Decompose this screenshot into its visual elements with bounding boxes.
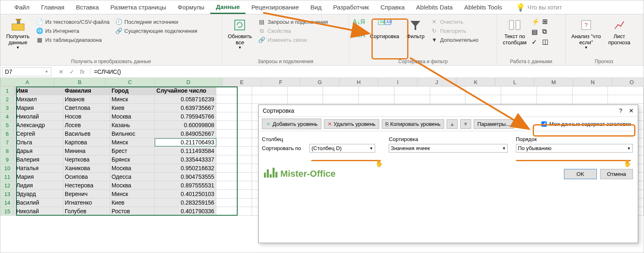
column-header[interactable]: K: [456, 78, 495, 86]
cell[interactable]: Имя: [14, 87, 63, 95]
cell[interactable]: 0.904753555: [155, 173, 216, 181]
sort-order-combo[interactable]: По убыванию▼: [516, 144, 633, 153]
cell[interactable]: 0.283259156: [155, 198, 216, 207]
delete-level-button[interactable]: ✕Удалить уровень: [324, 119, 379, 129]
data-model-icon[interactable]: ◫: [542, 38, 548, 46]
clear-filter-button[interactable]: ✕Очистить: [429, 18, 480, 26]
cell[interactable]: 0.849052667: [155, 130, 216, 138]
whatif-button[interactable]: ? Анализ "что если" ▼: [569, 16, 603, 51]
cell[interactable]: Фамилия: [63, 87, 110, 95]
cell[interactable]: Эдуард: [14, 190, 63, 198]
cell[interactable]: [216, 173, 252, 181]
cell[interactable]: [573, 87, 608, 95]
cell[interactable]: [216, 181, 252, 189]
cell[interactable]: Брест: [110, 147, 155, 155]
cell[interactable]: Наталья: [14, 164, 63, 172]
row-header[interactable]: 3: [0, 104, 14, 112]
cell[interactable]: Ханикова: [63, 164, 110, 172]
cell[interactable]: Лосев: [63, 121, 110, 129]
cell[interactable]: Одесса: [110, 173, 155, 181]
fx-icon[interactable]: fx: [80, 68, 85, 75]
tab-ablebits-tools[interactable]: Ablebits Tools: [458, 1, 508, 13]
sort-button[interactable]: ЯААЯ Сортировка: [367, 16, 401, 41]
row-header[interactable]: 4: [0, 112, 14, 121]
cell[interactable]: [216, 104, 252, 112]
cell[interactable]: Михаил: [14, 95, 63, 103]
cell[interactable]: [465, 87, 501, 95]
tab-insert[interactable]: Вставка: [70, 1, 105, 13]
flash-fill-icon[interactable]: ⚡: [532, 18, 540, 25]
cell[interactable]: Ростов: [110, 207, 155, 215]
queries-connections-button[interactable]: ▤Запросы и подключения: [257, 18, 330, 26]
tab-review[interactable]: Рецензирование: [245, 1, 305, 13]
column-header[interactable]: H: [339, 78, 378, 86]
cell[interactable]: Казань: [110, 121, 155, 129]
row-header[interactable]: 14: [0, 198, 14, 207]
cell[interactable]: [537, 95, 573, 103]
row-header[interactable]: 2: [0, 95, 14, 103]
cell[interactable]: [252, 87, 288, 95]
tab-data[interactable]: Данные: [210, 1, 245, 14]
cell[interactable]: [359, 87, 394, 95]
cell[interactable]: [323, 95, 359, 103]
cell[interactable]: Черткова: [63, 155, 110, 164]
cell[interactable]: [216, 130, 252, 138]
cell[interactable]: 0.401790336: [155, 207, 216, 215]
cell[interactable]: Карпова: [63, 138, 110, 146]
text-to-columns-button[interactable]: Текст по столбцам: [500, 16, 529, 47]
cell[interactable]: 0.795945766: [155, 112, 216, 121]
cell[interactable]: Киев: [110, 198, 155, 207]
cancel-button[interactable]: Отмена: [600, 169, 633, 179]
close-icon[interactable]: ✕: [629, 107, 634, 114]
cell[interactable]: Сергей: [14, 130, 63, 138]
cell[interactable]: Иванов: [63, 95, 110, 103]
column-header[interactable]: N: [573, 78, 612, 86]
cell[interactable]: 0.639735667: [155, 104, 216, 112]
cell[interactable]: [501, 87, 537, 95]
cell[interactable]: Москва: [110, 164, 155, 172]
cell[interactable]: [537, 87, 573, 95]
cell[interactable]: [216, 207, 252, 215]
tab-developer[interactable]: Разработчик: [327, 1, 374, 13]
cell[interactable]: Голубев: [63, 207, 110, 215]
cell[interactable]: [394, 95, 430, 103]
column-header[interactable]: E: [222, 78, 261, 86]
cell[interactable]: [288, 95, 323, 103]
cell[interactable]: Лидия: [14, 181, 63, 189]
cell[interactable]: 0.60099808: [155, 121, 216, 129]
cell[interactable]: Василий: [14, 198, 63, 207]
row-header[interactable]: 7: [0, 138, 14, 146]
remove-duplicates-icon[interactable]: ▤: [532, 28, 540, 36]
cell[interactable]: Брянск: [110, 155, 155, 164]
advanced-filter-button[interactable]: ▼Дополнительно: [429, 36, 480, 44]
cell[interactable]: Нестерова: [63, 181, 110, 189]
cell[interactable]: [252, 95, 288, 103]
cell[interactable]: Москва: [110, 112, 155, 121]
column-header[interactable]: M: [534, 78, 573, 86]
sort-column-combo[interactable]: (Столбец D)▼: [309, 144, 375, 153]
column-header[interactable]: B: [54, 78, 105, 86]
column-header[interactable]: G: [300, 78, 339, 86]
cell[interactable]: [216, 87, 252, 95]
name-box[interactable]: D7▼: [2, 67, 51, 76]
cell[interactable]: Светлова: [63, 104, 110, 112]
cell[interactable]: 0.111493584: [155, 147, 216, 155]
reapply-button[interactable]: ↻Повторить: [429, 27, 480, 35]
cell[interactable]: Валерия: [14, 155, 63, 164]
tab-page-layout[interactable]: Разметка страницы: [105, 1, 172, 13]
cell[interactable]: Николай: [14, 112, 63, 121]
row-header[interactable]: 10: [0, 164, 14, 172]
cell[interactable]: [216, 121, 252, 129]
copy-level-button[interactable]: ⎘Копировать уровень: [382, 119, 444, 129]
cell[interactable]: [394, 87, 430, 95]
cell[interactable]: Город: [110, 87, 155, 95]
cell[interactable]: Веренич: [63, 190, 110, 198]
cell[interactable]: Киев: [110, 104, 155, 112]
cell[interactable]: Осипова: [63, 173, 110, 181]
cell[interactable]: 0.211706493: [155, 138, 216, 146]
column-header[interactable]: J: [417, 78, 456, 86]
refresh-all-button[interactable]: Обновить все ▼: [225, 16, 254, 51]
column-header[interactable]: D: [155, 78, 222, 86]
enter-formula-icon[interactable]: ✓: [69, 68, 74, 75]
tab-formulas[interactable]: Формулы: [172, 1, 210, 13]
